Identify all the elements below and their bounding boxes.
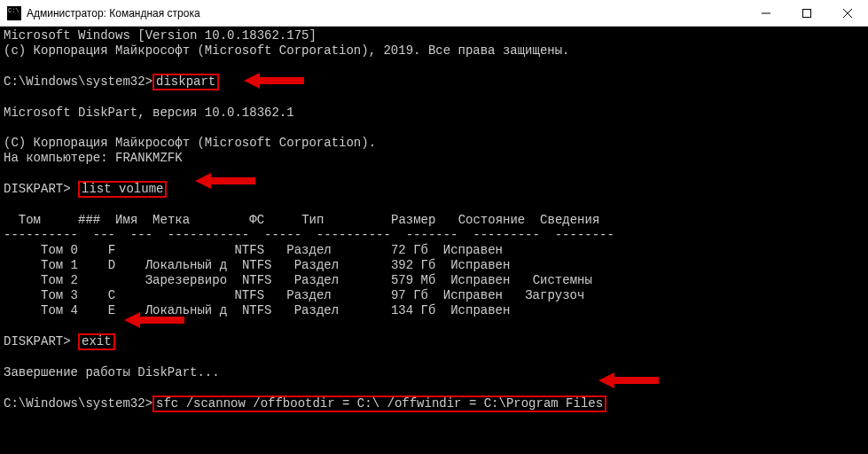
svg-marker-4 bbox=[244, 73, 304, 89]
maximize-button[interactable] bbox=[786, 0, 827, 26]
titlebar[interactable]: Администратор: Командная строка bbox=[0, 0, 868, 27]
table-separator: ---------- --- --- ----------- ----- ---… bbox=[4, 228, 614, 242]
diskpart-info: Microsoft DiskPart, версия 10.0.18362.1 bbox=[4, 106, 294, 120]
close-button[interactable] bbox=[827, 0, 868, 26]
prompt-path: C:\Windows\system32> bbox=[4, 74, 152, 89]
prompt-path: C:\Windows\system32> bbox=[4, 396, 152, 411]
diskpart-info: (C) Корпорация Майкрософт (Microsoft Cor… bbox=[4, 136, 376, 150]
prompt-path: DISKPART> bbox=[4, 334, 78, 348]
terminal-output[interactable]: Microsoft Windows [Version 10.0.18362.17… bbox=[0, 27, 868, 454]
app-icon bbox=[7, 6, 21, 20]
table-row: Том 4 E Локальный д NTFS Раздел 134 Гб И… bbox=[4, 303, 510, 317]
command-prompt-window: Администратор: Командная строка Microsof… bbox=[0, 0, 868, 454]
minimize-icon bbox=[762, 9, 770, 18]
table-row: Том 2 Зарезервиро NTFS Раздел 579 Мб Исп… bbox=[4, 273, 592, 287]
svg-rect-1 bbox=[803, 9, 811, 17]
command-sfc: sfc /scannow /offbootdir = C:\ /offwindi… bbox=[152, 395, 606, 412]
table-row: Том 3 C NTFS Раздел 97 Гб Исправен Загру… bbox=[4, 288, 584, 302]
maximize-icon bbox=[802, 9, 811, 18]
red-arrow-icon bbox=[195, 171, 257, 191]
prompt-path: DISKPART> bbox=[4, 182, 78, 196]
window-controls bbox=[746, 0, 868, 26]
table-row: Том 0 F NTFS Раздел 72 Гб Исправен bbox=[4, 243, 503, 257]
close-icon bbox=[843, 9, 852, 18]
table-row: Том 1 D Локальный д NTFS Раздел 392 Гб И… bbox=[4, 258, 510, 272]
command-diskpart: diskpart bbox=[152, 74, 219, 90]
table-header-row: Том ### Имя Метка ФС Тип Размер Состояни… bbox=[4, 213, 599, 227]
header-line: (с) Корпорация Майкрософт (Microsoft Cor… bbox=[4, 43, 570, 58]
command-list-volume: list volume bbox=[78, 181, 167, 198]
svg-marker-7 bbox=[598, 372, 659, 388]
header-line: Microsoft Windows [Version 10.0.18362.17… bbox=[4, 28, 317, 43]
diskpart-info: На компьютере: FRANKMZFK bbox=[4, 151, 183, 165]
diskpart-exit: Завершение работы DiskPart... bbox=[4, 365, 220, 380]
red-arrow-icon bbox=[598, 371, 661, 390]
window-title: Администратор: Командная строка bbox=[27, 7, 746, 20]
red-arrow-icon bbox=[244, 71, 306, 90]
svg-marker-5 bbox=[195, 173, 255, 189]
minimize-button[interactable] bbox=[746, 0, 786, 26]
command-exit: exit bbox=[78, 333, 115, 350]
